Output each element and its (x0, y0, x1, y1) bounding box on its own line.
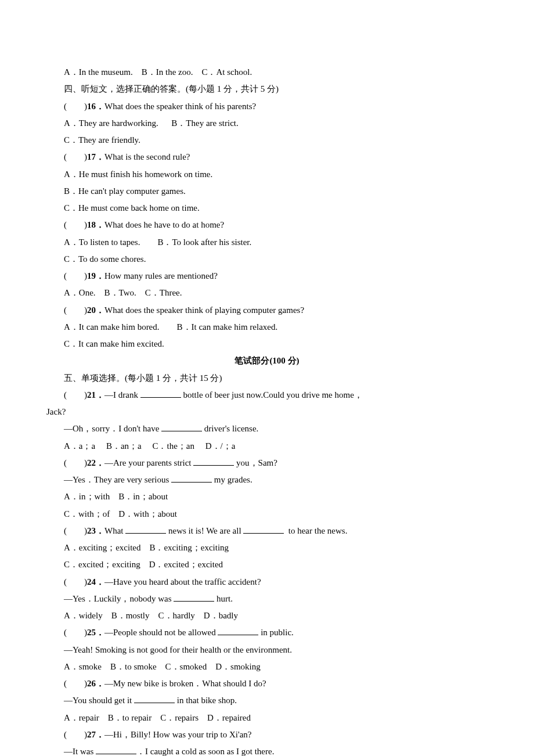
q26-reply-post: in that bike shop. (175, 696, 237, 705)
q26: ( )26．—My new bike is broken．What should… (46, 675, 488, 692)
q26-reply-pre: —You should get it (64, 696, 134, 705)
q27-num: 27． (87, 730, 104, 739)
written-header: 笔试部分(100 分) (46, 352, 488, 369)
q27-stem: —Hi，Billy! How was your trip to Xi'an? (104, 730, 252, 739)
q24-reply: —Yes．Luckily，nobody was hurt. (46, 591, 488, 607)
blank-icon (125, 525, 166, 534)
q23-opts1: A．exciting；excited B．exciting；exciting (46, 539, 488, 556)
q24-reply-post: hurt. (214, 594, 233, 603)
q19: ( )19．How many rules are mentioned? (46, 268, 488, 285)
q23: ( )23．What news it is! We are all to hea… (46, 523, 488, 539)
q22-reply-post: my grades. (212, 475, 252, 484)
q20-opt-c: C．It can make him excited. (46, 336, 488, 352)
q21-num: 21． (87, 390, 104, 399)
q25: ( )25．—People should not be allowed in p… (46, 624, 488, 641)
q18-num: 18． (87, 220, 104, 229)
q16-stem: What does the speaker think of his paren… (104, 102, 256, 111)
q21-prompt: ( ) (64, 390, 87, 399)
q21-opts: A．a；a B．an；a C．the；an D．/；a (46, 438, 488, 455)
q20-num: 20． (87, 305, 104, 315)
q19-num: 19． (87, 271, 104, 280)
q18: ( )18．What does he have to do at home? (46, 217, 488, 233)
q18-stem: What does he have to do at home? (104, 220, 224, 229)
blank-icon (140, 389, 181, 398)
q25-num: 25． (87, 628, 104, 637)
q24-opts: A．widely B．mostly C．hardly D．badly (46, 607, 488, 624)
q23-stem-post: to hear the news. (284, 526, 347, 535)
q23-prompt: ( ) (64, 526, 87, 535)
q26-opts: A．repair B．to repair C．repairs D．repaire… (46, 710, 488, 726)
q26-reply: —You should get it in that bike shop. (46, 692, 488, 709)
q26-num: 26． (87, 679, 104, 688)
q18-prompt: ( ) (64, 220, 87, 229)
q25-stem-pre: —People should not be allowed (104, 628, 218, 637)
q17-opt-a: A．He must finish his homework on time. (46, 166, 488, 183)
q19-opt: A．One. B．Two. C．Three. (46, 285, 488, 301)
q17: ( )17．What is the second rule? (46, 149, 488, 165)
q22-reply-pre: —Yes．They are very serious (64, 475, 171, 484)
q21-stem-post: bottle of beer just now.Could you drive … (181, 390, 363, 399)
blank-icon (96, 746, 136, 754)
q17-stem: What is the second rule? (104, 152, 190, 161)
q24: ( )24．—Have you heard about the traffic … (46, 574, 488, 591)
q20-opt-a: A．It can make him bored. B．It can make h… (46, 319, 488, 336)
q22-reply: —Yes．They are very serious my grades. (46, 471, 488, 488)
q17-prompt: ( ) (64, 152, 87, 161)
q16-prompt: ( ) (64, 102, 87, 111)
q17-num: 17． (87, 152, 104, 161)
blank-icon (218, 627, 258, 635)
q25-reply: —Yeah! Smoking is not good for their hea… (46, 642, 488, 658)
s4-header: 四、听短文，选择正确的答案。(每小题 1 分，共计 5 分) (46, 81, 488, 98)
blank-icon (171, 474, 212, 483)
q27: ( )27．—Hi，Billy! How was your trip to Xi… (46, 726, 488, 743)
q16-opt-a: A．They are hard­working. B．They are stri… (46, 115, 488, 132)
q21-reply-pre: —Oh，sorry．I don't have (64, 424, 161, 433)
q16-opt-c: C．They are friendly. (46, 132, 488, 149)
q23-stem-pre: What (104, 526, 125, 535)
q27-reply: —It was ．I caught a cold as soon as I go… (46, 743, 488, 756)
q19-prompt: ( ) (64, 271, 87, 280)
q22-opts2: C．with；of D．with；about (46, 506, 488, 523)
q26-stem: —My new bike is broken．What should I do? (104, 679, 266, 688)
q21-stem-pre: —I drank (104, 390, 140, 399)
q26-prompt: ( ) (64, 679, 87, 688)
blank-icon (161, 423, 202, 431)
q16: ( )16．What does the speaker think of his… (46, 98, 488, 115)
q22-stem-pre: —Are your parents strict (104, 458, 193, 467)
q21-reply-post: driver's license. (202, 424, 258, 433)
q17-opt-c: C．He must come back home on time. (46, 200, 488, 217)
blank-icon (243, 525, 284, 534)
q22-opts1: A．in；with B．in；about (46, 488, 488, 505)
q18-opt-a: A．To listen to tapes. B．To look after hi… (46, 234, 488, 251)
q22-num: 22． (87, 458, 104, 467)
q25-prompt: ( ) (64, 628, 87, 637)
q22-stem-post: you，Sam? (234, 458, 277, 467)
q23-opts2: C．excited；exciting D．excited；excited (46, 556, 488, 573)
q24-num: 24． (87, 577, 104, 586)
q24-stem: —Have you heard about the traffic accide… (104, 577, 261, 586)
q18-opt-c: C．To do some chores. (46, 251, 488, 268)
q20-stem: What does the speaker think of playing c… (104, 305, 304, 315)
q22-prompt: ( ) (64, 458, 87, 467)
q23-stem-mid: news it is! We are all (166, 526, 243, 535)
q20-prompt: ( ) (64, 305, 87, 315)
q21-line2: Jack? (46, 404, 488, 420)
q23-num: 23． (87, 526, 104, 535)
q16-num: 16． (87, 102, 104, 111)
blank-icon (193, 457, 234, 466)
q27-prompt: ( ) (64, 730, 87, 739)
s3-answers: A．In the museum. B．In the zoo. C．At scho… (46, 64, 488, 81)
q17-opt-b: B．He can't play computer games. (46, 183, 488, 200)
blank-icon (134, 694, 175, 703)
q25-opts: A．smoke B．to smoke C．smoked D．smoking (46, 658, 488, 675)
q24-reply-pre: —Yes．Luckily，nobody was (64, 594, 174, 603)
blank-icon (174, 593, 214, 602)
q21: ( )21．—I drank bottle of beer just now.C… (46, 387, 488, 404)
q25-stem-post: in public. (258, 628, 293, 637)
q27-reply-post: ．I caught a cold as soon as I got there. (136, 747, 274, 756)
q20: ( )20．What does the speaker think of pla… (46, 302, 488, 319)
q19-stem: How many rules are mentioned? (104, 271, 218, 280)
q27-reply-pre: —It was (64, 747, 96, 756)
s5-header: 五、单项选择。(每小题 1 分，共计 15 分) (46, 370, 488, 387)
q24-prompt: ( ) (64, 577, 87, 586)
